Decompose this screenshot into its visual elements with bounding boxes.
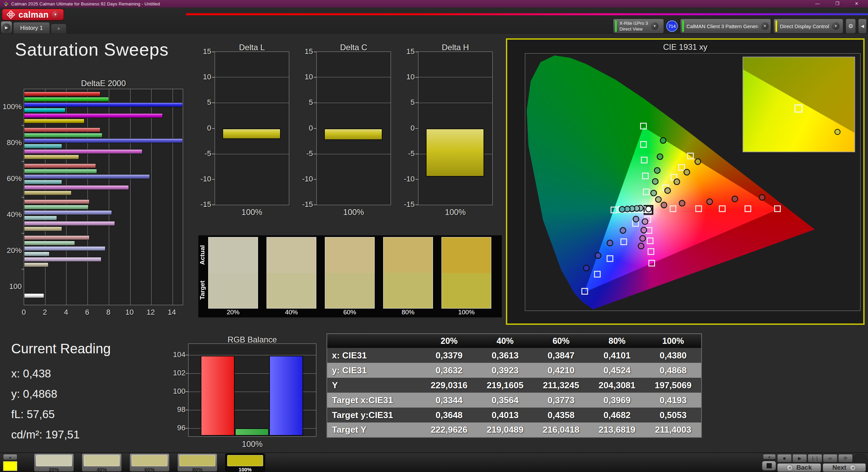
swatch-label: 40% [267,309,316,316]
pattern-swatch-color [84,455,120,466]
rgb-balance-xlabel: 100% [188,439,316,449]
target-row-label: Target [199,273,206,307]
rgb-ytick-label: 104 [170,350,185,359]
refresh-button[interactable]: ⟳ [838,454,853,463]
cie-target-green-targets [643,189,649,195]
rgb-balance-chart [188,343,316,437]
minimize-button[interactable]: — [815,0,820,7]
deltae-xtick-label: 8 [102,308,115,317]
cie-target-green-targets [642,157,647,163]
actual-row-label: Actual [199,238,206,272]
pattern-swatch-button-80%[interactable]: 80% [177,453,217,472]
cie-target-red-targets [670,206,676,212]
pattern-swatch-color [179,455,215,466]
back-button[interactable]: « Back [777,463,821,472]
swatch-target-20% [209,273,258,309]
delta_l-ytick-label: 0 [194,124,211,133]
display-control-dropdown[interactable]: Direct Display Control ▼ [773,19,843,34]
cie-1931-panel: CIE 1931 xy 00,10,20,30,40,50,60,70,800,… [506,38,865,325]
axis-tick [212,77,215,78]
axis-tick [415,52,418,52]
cie-target-red-targets [719,206,725,212]
axis-tick [22,161,24,162]
deltae-bar-60%-magenta [24,185,129,190]
close-button[interactable]: ✕ [855,0,859,7]
cie-measured-red-measured [679,200,685,206]
axis-tick [415,102,418,103]
delta-h-chart [418,52,493,205]
back-arrow-icon: « [787,465,793,471]
calman-menu-button[interactable]: calman ▼ [2,9,64,20]
delta_l-ytick-label: -5 [194,149,211,158]
axis-tick [212,179,215,180]
tab-history-1[interactable]: History 1 [13,22,50,34]
next-label: Next [832,464,846,471]
chevron-down-icon: ▼ [832,22,840,30]
axis-tick [185,428,188,429]
back-label: Back [796,464,812,471]
reading-cdm2: cd/m²: 197,51 [11,425,80,445]
deltae-bar-40%-blue [24,210,112,215]
deltae-ytick-label: 80% [1,138,22,147]
reading-x: x: 0,438 [11,363,80,384]
tab-scroll-button[interactable]: ▶ [1,21,12,34]
pattern-swatch-button-100%[interactable]: 100% [225,453,265,472]
delta_c-ytick-label: 5 [296,98,313,107]
collapse-panel-button[interactable]: ◀ [858,19,867,34]
cie-target-red-targets [745,206,751,212]
current-pattern-swatch[interactable] [3,461,17,471]
swatch-label: 100% [441,309,491,316]
table-row: Target x:CIE310,33440,35640,37730,39690,… [327,393,702,408]
cie-measured-green-measured [657,154,663,160]
transport-panel-expand-button[interactable]: ▲ [763,454,776,459]
meter-dropdown[interactable]: X-Rite i1Pro 3Direct View ▼ [613,19,664,34]
record-button-disabled[interactable] [853,454,867,463]
series-button[interactable]: [··] [808,454,822,463]
delta-l-chart [215,52,289,205]
delta-c-title: Delta C [316,43,391,52]
swatch-target-100% [442,273,491,309]
pattern-swatch-button-60%[interactable]: 60% [130,453,170,472]
deltae-xtick-label: 4 [59,308,73,317]
deltae-bar-40%-magenta [24,221,115,226]
cie-chart-title: CIE 1931 xy [507,42,863,52]
deltae-bar-80%-blue [24,138,183,143]
pattern-swatch-label: 100% [225,467,265,472]
add-tab-button[interactable]: + [51,24,66,34]
swatch-target-60% [325,273,374,309]
pattern-swatch-button-40%[interactable]: 40% [82,453,122,472]
maximize-button[interactable]: ❐ [835,0,839,7]
stop-button[interactable]: ■ [777,454,792,463]
source-label: CalMAN Client 3 Pattern Generator [687,23,758,29]
next-button[interactable]: Next » [823,463,866,472]
table-cell: 197,5069 [645,378,702,393]
meter-count-badge[interactable]: 714 [666,20,678,32]
single-measure-button[interactable] [762,460,776,471]
pattern-panel-expand-button[interactable]: ▲ [3,454,17,460]
table-cell: 0,3344 [421,393,477,408]
table-row-label: y: CIE31 [327,363,421,378]
cie-measured-magenta-measured [640,236,646,241]
deltae-bar-60%-cyan [24,180,62,184]
cie-measured-blue-measured [607,240,613,246]
swatch-actual-20% [209,237,258,273]
play-button[interactable]: ▶ [792,454,807,463]
cie-target-magenta-targets [649,260,655,266]
settings-button[interactable]: ⚙ [846,19,856,34]
up-arrow-icon: ▲ [768,455,771,458]
source-dropdown[interactable]: CalMAN Client 3 Pattern Generator ▼ [680,19,771,34]
cie-measured-blue-measured [633,216,639,222]
delta_c-ytick-label: 15 [296,47,313,56]
source-status-indicator [682,20,684,32]
logo-dropdown-icon: ▼ [52,11,59,18]
loop-button[interactable]: ∞ [823,454,837,463]
axis-tick [185,410,188,410]
deltae-bar-80%-magenta [24,149,142,154]
delta_l-ytick-label: 15 [194,47,211,56]
reading-fl: fL: 57,65 [11,404,80,425]
cie-measured-red-measured [732,196,738,202]
pattern-swatch-button-20%[interactable]: 20% [34,453,74,472]
table-row: Y229,0316219,1605211,3245204,3081197,506… [327,378,702,393]
deltae-xtick-label: 10 [123,308,136,317]
table-column-header: 80% [589,334,645,348]
